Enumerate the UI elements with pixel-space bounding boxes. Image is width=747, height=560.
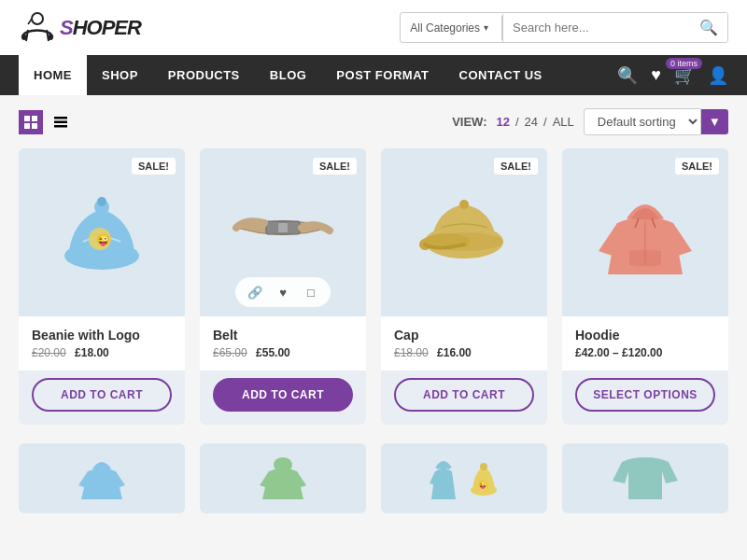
- nav-item-shop[interactable]: SHOP: [87, 55, 153, 95]
- sale-badge-cap: SALE!: [494, 158, 538, 175]
- cap-new-price: £16.00: [437, 346, 472, 359]
- nav-user-icon[interactable]: 👤: [708, 65, 728, 86]
- grid-icon-svg: [23, 115, 38, 130]
- beanie-old-price: £20.00: [32, 346, 66, 359]
- category-dropdown[interactable]: All Categories ▾: [401, 16, 502, 40]
- beanie-image: 😜: [55, 181, 148, 284]
- nav-search-icon[interactable]: 🔍: [617, 65, 638, 86]
- navigation: HOME SHOP PRODUCTS BLOG POST FORMAT CONT…: [0, 55, 747, 95]
- sort-wrapper: Default sorting ▼: [584, 108, 728, 135]
- product-name-belt: Belt: [213, 328, 353, 343]
- belt-image: [227, 195, 339, 270]
- svg-text:😜: 😜: [478, 480, 487, 489]
- hoodie-select-options[interactable]: SELECT OPTIONS: [575, 378, 715, 412]
- chevron-down-icon: ▾: [484, 22, 488, 33]
- product-name-beanie: Beanie with Logo: [32, 328, 172, 343]
- hoodie-price-range: £42.00 – £120.00: [575, 346, 662, 359]
- list-icon-svg: [53, 115, 68, 130]
- sort-button[interactable]: ▼: [701, 109, 728, 134]
- toolbar: VIEW: 12 / 24 / ALL Default sorting ▼: [0, 95, 747, 148]
- nav-item-contact-us[interactable]: CONTACT US: [444, 55, 557, 95]
- product-image-beanie: SALE! 😜: [19, 148, 185, 316]
- product-grid: SALE! 😜 Beanie with Logo £20.00 £18.00 A…: [0, 148, 747, 443]
- view-sep2: /: [543, 115, 547, 129]
- svg-rect-8: [54, 120, 67, 123]
- product-image-hoodie: SALE!: [562, 148, 728, 316]
- cap-add-to-cart[interactable]: ADD TO CART: [394, 378, 534, 412]
- nav-item-blog[interactable]: BLOG: [255, 55, 322, 95]
- grid-view-icon[interactable]: [19, 110, 43, 134]
- list-view-icon[interactable]: [49, 110, 73, 134]
- product-name-hoodie: Hoodie: [575, 328, 715, 343]
- category-label: All Categories: [410, 21, 480, 35]
- cap-old-price: £18.00: [394, 346, 429, 359]
- svg-text:😜: 😜: [96, 232, 110, 246]
- svg-rect-7: [54, 117, 67, 119]
- belt-link-icon[interactable]: 🔗: [245, 282, 265, 302]
- view-all[interactable]: ALL: [553, 115, 574, 129]
- svg-rect-16: [278, 223, 288, 232]
- product-name-cap: Cap: [394, 328, 534, 343]
- bottom-card-1: [19, 443, 185, 513]
- product-info-hoodie: Hoodie £42.00 – £120.00: [562, 316, 728, 371]
- bottom-product-row: 😜: [0, 443, 747, 513]
- search-button[interactable]: 🔍: [690, 13, 727, 42]
- product-card-beanie: SALE! 😜 Beanie with Logo £20.00 £18.00 A…: [19, 148, 185, 425]
- nav-item-home[interactable]: HOME: [19, 55, 87, 95]
- logo[interactable]: SHOPER: [19, 11, 141, 44]
- beanie-add-to-cart[interactable]: ADD TO CART: [32, 378, 172, 412]
- belt-crop-icon[interactable]: □: [301, 282, 321, 302]
- logo-s: S: [60, 16, 73, 40]
- product-image-cap: SALE!: [381, 148, 547, 316]
- belt-action-icons[interactable]: 🔗 ♥ □: [235, 277, 331, 307]
- view-options-right: VIEW: 12 / 24 / ALL Default sorting ▼: [452, 108, 728, 135]
- nav-item-products[interactable]: PRODUCTS: [153, 55, 255, 95]
- svg-rect-6: [32, 123, 37, 129]
- logo-text: HOPER: [73, 16, 141, 40]
- view-24[interactable]: 24: [525, 115, 538, 129]
- product-info-beanie: Beanie with Logo £20.00 £18.00: [19, 316, 185, 371]
- beanie-new-price: £18.00: [75, 346, 109, 359]
- svg-point-0: [32, 13, 43, 24]
- svg-rect-3: [24, 116, 30, 121]
- nav-cart-icon[interactable]: 🛒 0 items: [674, 65, 695, 86]
- product-card-belt: SALE! 🔗 ♥ □ Belt £65.00 £55.00: [200, 148, 366, 425]
- search-input[interactable]: [503, 15, 690, 40]
- product-card-hoodie: SALE! Hoodie: [562, 148, 728, 425]
- header: SHOPER All Categories ▾ 🔍: [0, 0, 747, 55]
- product-price-belt: £65.00 £55.00: [213, 346, 353, 359]
- product-price-beanie: £20.00 £18.00: [32, 346, 172, 359]
- svg-point-19: [459, 200, 469, 209]
- svg-rect-4: [32, 116, 37, 121]
- nav-right-icons: 🔍 ♥ 🛒 0 items 👤: [617, 65, 728, 86]
- bottom-card-3: 😜: [381, 443, 547, 513]
- sale-badge-beanie: SALE!: [132, 158, 176, 175]
- view-numbers: 12 / 24 / ALL: [496, 115, 573, 129]
- product-image-belt: SALE! 🔗 ♥ □: [200, 148, 366, 316]
- view-sep1: /: [515, 115, 519, 129]
- nav-wishlist-icon[interactable]: ♥: [651, 65, 661, 85]
- svg-point-23: [480, 463, 487, 470]
- product-price-cap: £18.00 £16.00: [394, 346, 534, 359]
- product-card-cap: SALE! Cap £18.00 £16.00 ADD TO C: [381, 148, 547, 425]
- logo-icon: [19, 11, 56, 44]
- view-label: VIEW:: [452, 115, 486, 129]
- belt-old-price: £65.00: [213, 346, 247, 359]
- belt-add-to-cart[interactable]: ADD TO CART: [213, 378, 353, 412]
- belt-wishlist-icon[interactable]: ♥: [273, 282, 293, 302]
- nav-item-post-format[interactable]: POST FORMAT: [321, 55, 444, 95]
- bottom-shirt-4: [608, 448, 683, 509]
- view-12[interactable]: 12: [496, 115, 509, 129]
- bottom-card-4: [562, 443, 728, 513]
- sort-select[interactable]: Default sorting: [584, 108, 701, 135]
- bottom-jacket-2: [255, 448, 311, 509]
- bottom-hoodie-1: [74, 448, 130, 509]
- bottom-beanie-3b: 😜: [468, 448, 500, 509]
- sale-badge-hoodie: SALE!: [675, 158, 719, 175]
- search-icon: 🔍: [699, 20, 718, 35]
- bottom-card-2: [200, 443, 366, 513]
- product-info-cap: Cap £18.00 £16.00: [381, 316, 547, 371]
- svg-point-14: [97, 197, 106, 206]
- cart-badge: 0 items: [666, 58, 702, 69]
- cap-image: [413, 181, 515, 284]
